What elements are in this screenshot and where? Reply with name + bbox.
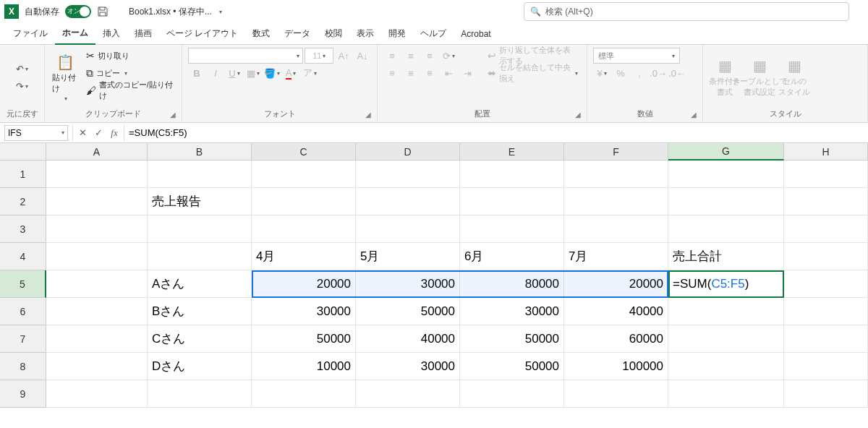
row-header-7[interactable]: 7 (0, 325, 46, 353)
align-top-icon[interactable]: ≡ (383, 48, 401, 64)
cell-B8[interactable]: Dさん (148, 353, 252, 380)
cell-C8[interactable]: 10000 (252, 353, 356, 380)
cell-G2[interactable] (668, 188, 784, 215)
cell-H9[interactable] (784, 380, 868, 408)
decrease-decimal-icon[interactable]: .0← (668, 65, 686, 81)
cell-D1[interactable] (356, 160, 460, 188)
increase-indent-icon[interactable]: ⇥ (459, 65, 476, 81)
orientation-icon[interactable]: ⟳▾ (440, 48, 457, 64)
cell-H6[interactable] (784, 298, 868, 325)
merge-center-button[interactable]: ⬌セルを結合して中央揃え▾ (485, 65, 581, 81)
align-middle-icon[interactable]: ≡ (402, 48, 420, 64)
tab-数式[interactable]: 数式 (245, 23, 277, 44)
tab-開発[interactable]: 開発 (381, 23, 413, 44)
cell-H4[interactable] (784, 243, 868, 270)
number-format-select[interactable]: 標準▾ (593, 48, 680, 64)
cell-styles-button[interactable]: ▦セルの スタイル (778, 48, 810, 107)
cell-E1[interactable] (460, 160, 564, 188)
cell-E2[interactable] (460, 188, 564, 215)
tab-データ[interactable]: データ (277, 23, 318, 44)
file-title-dropdown-icon[interactable]: ▾ (219, 9, 222, 15)
bold-button[interactable]: B (188, 65, 205, 81)
cell-G5[interactable] (668, 270, 784, 298)
accounting-format-icon[interactable]: ¥▾ (593, 65, 610, 81)
cell-G9[interactable] (668, 380, 784, 408)
cell-C1[interactable] (252, 160, 356, 188)
cell-H8[interactable] (784, 353, 868, 380)
column-header-A[interactable]: A (46, 143, 148, 160)
cell-G7[interactable] (668, 325, 784, 353)
cell-C2[interactable] (252, 188, 356, 215)
increase-decimal-icon[interactable]: .0→ (650, 65, 667, 81)
font-color-button[interactable]: A▾ (282, 65, 299, 81)
font-size-select[interactable]: 11▾ (305, 48, 333, 64)
cell-H1[interactable] (784, 160, 868, 188)
align-left-icon[interactable]: ≡ (383, 65, 401, 81)
clipboard-dialog-launcher-icon[interactable]: ◢ (170, 111, 179, 119)
cell-B1[interactable] (148, 160, 252, 188)
font-family-select[interactable]: ▾ (188, 48, 303, 64)
cell-F5[interactable]: 20000 (564, 270, 668, 298)
undo-button[interactable]: ↶▾ (14, 61, 31, 77)
worksheet-grid[interactable]: ABCDEFGH 12売上報告344月5月6月7月売上合計5Aさん2000030… (0, 143, 868, 408)
cell-C6[interactable]: 30000 (252, 298, 356, 325)
copy-button[interactable]: ⧉コピー▾ (83, 65, 176, 81)
cell-G3[interactable] (668, 215, 784, 243)
cell-D9[interactable] (356, 380, 460, 408)
phonetic-button[interactable]: ア▾ (301, 65, 318, 81)
cell-F6[interactable]: 40000 (564, 298, 668, 325)
font-dialog-launcher-icon[interactable]: ◢ (365, 111, 374, 119)
cell-E4[interactable]: 6月 (460, 243, 564, 270)
underline-button[interactable]: U▾ (226, 65, 243, 81)
decrease-font-icon[interactable]: A↓ (354, 48, 371, 64)
cell-A8[interactable] (46, 353, 148, 380)
column-header-G[interactable]: G (668, 143, 784, 160)
tab-表示[interactable]: 表示 (349, 23, 381, 44)
row-header-1[interactable]: 1 (0, 160, 46, 188)
cell-B6[interactable]: Bさん (148, 298, 252, 325)
cell-D5[interactable]: 30000 (356, 270, 460, 298)
select-all-corner[interactable] (0, 143, 46, 160)
tab-挿入[interactable]: 挿入 (95, 23, 127, 44)
wrap-text-button[interactable]: ↩折り返して全体を表示する (485, 48, 581, 64)
cell-A3[interactable] (46, 215, 148, 243)
formula-enter-icon[interactable]: ✓ (92, 127, 105, 138)
format-as-table-button[interactable]: ▦テーブルとして 書式設定 (744, 48, 775, 107)
cell-F7[interactable]: 60000 (564, 325, 668, 353)
tab-Acrobat[interactable]: Acrobat (454, 25, 498, 43)
row-header-3[interactable]: 3 (0, 215, 46, 243)
cell-F9[interactable] (564, 380, 668, 408)
cell-B3[interactable] (148, 215, 252, 243)
cell-D2[interactable] (356, 188, 460, 215)
row-header-9[interactable]: 9 (0, 380, 46, 408)
cell-H3[interactable] (784, 215, 868, 243)
insert-function-icon[interactable]: fx (108, 127, 121, 139)
cell-D8[interactable]: 30000 (356, 353, 460, 380)
save-icon[interactable] (97, 6, 109, 17)
cell-F8[interactable]: 100000 (564, 353, 668, 380)
cell-A7[interactable] (46, 325, 148, 353)
column-header-F[interactable]: F (564, 143, 668, 160)
cell-C4[interactable]: 4月 (252, 243, 356, 270)
cell-A4[interactable] (46, 243, 148, 270)
tab-ヘルプ[interactable]: ヘルプ (413, 23, 454, 44)
autosave-toggle[interactable] (65, 5, 91, 18)
cell-B9[interactable] (148, 380, 252, 408)
search-input[interactable]: 🔍 検索 (Alt+Q) (524, 2, 849, 21)
cell-C7[interactable]: 50000 (252, 325, 356, 353)
cell-D6[interactable]: 50000 (356, 298, 460, 325)
row-header-6[interactable]: 6 (0, 298, 46, 325)
cell-D7[interactable]: 40000 (356, 325, 460, 353)
increase-font-icon[interactable]: A↑ (335, 48, 352, 64)
percent-format-icon[interactable]: % (612, 65, 629, 81)
formula-input[interactable]: =SUM(C5:F5) (124, 125, 868, 141)
cell-G6[interactable] (668, 298, 784, 325)
cell-H2[interactable] (784, 188, 868, 215)
cell-E7[interactable]: 50000 (460, 325, 564, 353)
tab-描画[interactable]: 描画 (127, 23, 159, 44)
comma-format-icon[interactable]: , (631, 65, 648, 81)
tab-ホーム[interactable]: ホーム (55, 22, 95, 45)
cell-B7[interactable]: Cさん (148, 325, 252, 353)
row-header-4[interactable]: 4 (0, 243, 46, 270)
column-header-E[interactable]: E (460, 143, 564, 160)
